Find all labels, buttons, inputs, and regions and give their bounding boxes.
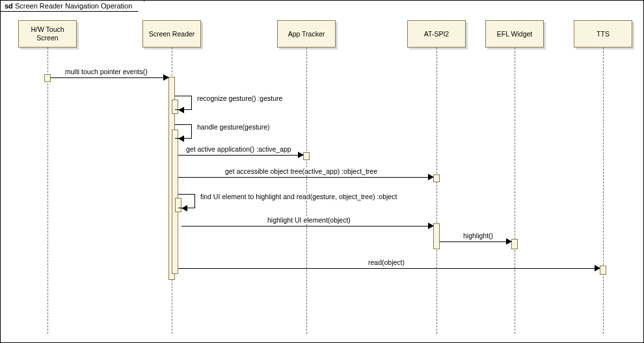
- lifeline-atspi: AT-SPI2: [407, 20, 466, 48]
- lifeline-line: [515, 48, 515, 334]
- lifeline-line: [436, 48, 437, 334]
- frame-prefix: sd: [5, 2, 13, 10]
- lifeline-tracker: App Tracker: [277, 20, 336, 48]
- message-multi-touch: multi touch pointer events(): [51, 73, 168, 82]
- activation: [433, 223, 440, 249]
- message-highlight: highlight(): [440, 237, 511, 246]
- message-get-object-tree: get accessible object tree(active_app) :…: [178, 172, 433, 182]
- message-highlight-element: highlight UI element(object): [181, 221, 433, 230]
- activation: [44, 74, 51, 82]
- lifeline-reader: Screen Reader: [142, 20, 201, 48]
- sequence-diagram-frame: sd Screen Reader Navigation Operation H/…: [0, 0, 644, 343]
- lifeline-widget: EFL Widget: [485, 20, 544, 48]
- frame-title: Screen Reader Navigation Operation: [15, 2, 132, 10]
- activation: [303, 152, 310, 160]
- message-read: read(object): [178, 264, 600, 273]
- lifeline-line: [603, 48, 604, 334]
- lifeline-line: [306, 48, 307, 334]
- activation: [433, 174, 440, 182]
- frame-title-tab: sd Screen Reader Navigation Operation: [1, 1, 144, 12]
- activation: [600, 266, 606, 275]
- lifeline-touch: H/W Touch Screen: [18, 20, 77, 48]
- lifeline-line: [47, 48, 48, 334]
- activation: [511, 239, 518, 249]
- lifeline-tts: TTS: [574, 20, 632, 48]
- message-get-active-app: get active application() :active_app: [178, 150, 303, 159]
